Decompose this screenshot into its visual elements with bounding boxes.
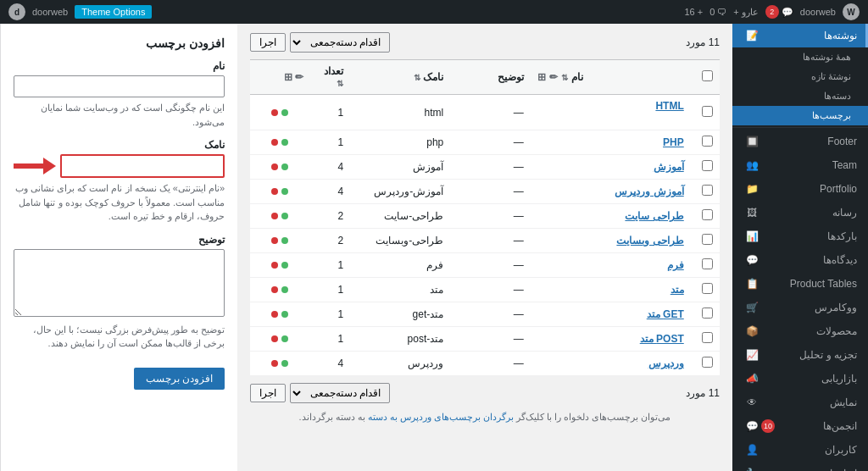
- row-dots-cell: [250, 180, 310, 204]
- sidebar-item-marketing[interactable]: بازاریابی 📣: [732, 367, 868, 391]
- status-dots: [257, 188, 303, 195]
- sidebar-sub-tags[interactable]: برچسب‌ها: [732, 106, 868, 125]
- th-edit-icon[interactable]: ✏: [295, 71, 303, 83]
- top-bar-site[interactable]: doorweb: [800, 7, 836, 17]
- bulk-action-select[interactable]: اقدام دسته‌جمعی حذف: [290, 32, 390, 53]
- dot-red-icon: [271, 286, 278, 293]
- row-checkbox[interactable]: [702, 357, 713, 368]
- tag-name-link[interactable]: آموزش: [654, 161, 684, 173]
- sidebar-item-products[interactable]: محصولات 📦: [732, 319, 868, 343]
- tag-name-link[interactable]: طراحی سایت: [625, 210, 683, 222]
- sidebar-item-product-tables[interactable]: Product Tables 📋: [732, 272, 868, 296]
- row-count-cell: 1: [310, 278, 350, 302]
- top-bar-comments[interactable]: 💬 2: [765, 5, 793, 19]
- row-checkbox[interactable]: [702, 283, 713, 294]
- sidebar-item-comments[interactable]: دیدگاه‌ها 💬: [732, 248, 868, 272]
- row-dots-cell: [250, 95, 310, 130]
- tags-panel-title: افزودن برچسب: [14, 36, 225, 50]
- status-dots: [257, 237, 303, 244]
- sidebar-item-tools[interactable]: ابزارها 🔧: [732, 462, 868, 471]
- th-col-icon[interactable]: ⊞: [284, 71, 292, 83]
- sidebar-sub-categories[interactable]: دسته‌ها: [732, 86, 868, 106]
- top-bar-bubble[interactable]: 🗨 0: [709, 7, 726, 17]
- col-toggle-icon[interactable]: ⊞: [537, 71, 546, 83]
- sidebar-item-display[interactable]: نمایش 👁: [732, 391, 868, 414]
- sidebar-item-barcodes[interactable]: بارکدها 📊: [732, 224, 868, 248]
- footer-link[interactable]: برگردان برچسب‌های وردپرس به دسته: [368, 412, 514, 422]
- row-count-cell: 1: [310, 253, 350, 278]
- dot-green-icon: [281, 163, 288, 170]
- sidebar-item-footer[interactable]: Footer 🔲: [732, 130, 868, 153]
- row-checkbox[interactable]: [702, 234, 713, 245]
- sidebar-item-portfolio[interactable]: Portfolio 📁: [732, 177, 868, 201]
- sidebar-item-analysis[interactable]: تجزیه و تحلیل 📈: [732, 343, 868, 367]
- tag-name-link[interactable]: وردپرس: [648, 357, 684, 369]
- row-desc-cell: —: [450, 327, 530, 352]
- tag-name-link[interactable]: POST متد: [640, 333, 684, 345]
- wp-logo-icon[interactable]: W: [843, 3, 860, 20]
- row-slug-cell: فرم: [350, 253, 450, 278]
- select-all-checkbox[interactable]: [702, 70, 713, 81]
- sidebar-item-media[interactable]: رسانه 🖼: [732, 201, 868, 224]
- row-count-cell: 1: [310, 302, 350, 327]
- sidebar-item-team[interactable]: Team 👥: [732, 153, 868, 177]
- tag-name-link[interactable]: متد: [670, 284, 684, 296]
- row-checkbox[interactable]: [702, 332, 713, 343]
- row-checkbox[interactable]: [702, 258, 713, 269]
- dot-green-icon: [281, 109, 288, 116]
- tag-name-link[interactable]: آموزش وردپرس: [615, 186, 683, 197]
- sidebar-item-users[interactable]: کاربران 👤: [732, 438, 868, 462]
- row-checkbox[interactable]: [702, 106, 713, 117]
- row-count-cell: 4: [310, 155, 350, 180]
- count-label: 11 مورد: [686, 36, 720, 48]
- row-count-cell: 2: [310, 229, 350, 253]
- slug-input[interactable]: [60, 154, 225, 178]
- bulk-action-row: اقدام دسته‌جمعی حذف اجرا: [250, 32, 390, 53]
- sort-icon[interactable]: ⇅: [561, 73, 568, 82]
- row-desc-cell: —: [450, 229, 530, 253]
- row-desc-cell: —: [450, 180, 530, 204]
- sidebar-sub-all-posts[interactable]: همهٔ نوشته‌ها: [732, 47, 868, 67]
- row-slug-cell: آموزش: [350, 155, 450, 180]
- tag-name-link[interactable]: GET متد: [647, 308, 684, 320]
- svg-rect-1: [14, 163, 43, 169]
- bulk-action-select-bottom[interactable]: اقدام دسته‌جمعی حذف: [290, 383, 390, 403]
- row-count-cell: 1: [310, 95, 350, 130]
- row-checkbox[interactable]: [702, 308, 713, 319]
- row-count-cell: 1: [310, 327, 350, 352]
- add-tag-button[interactable]: افزودن برچسب: [134, 368, 225, 390]
- tag-name-link[interactable]: HTML: [655, 100, 683, 112]
- top-bar-new[interactable]: + 16: [684, 7, 703, 17]
- tag-name-link[interactable]: فرم: [667, 259, 684, 271]
- dot-green-icon: [281, 139, 288, 146]
- row-checkbox[interactable]: [702, 136, 713, 147]
- desc-textarea[interactable]: [14, 249, 225, 317]
- th-name: نام ⇅ ✏ ⊞: [531, 60, 691, 95]
- sidebar-item-forums[interactable]: انجمن‌ها 10 💬: [732, 414, 868, 438]
- top-bar-user[interactable]: عارو +: [733, 7, 758, 18]
- sidebar-item-woocommerce[interactable]: ووکامرس 🛒: [732, 296, 868, 319]
- status-dots: [257, 262, 303, 269]
- row-checkbox[interactable]: [702, 185, 713, 196]
- user-avatar[interactable]: d: [8, 3, 25, 20]
- table-row: آموزش وردپرس—آموزش-وردپرس4: [250, 180, 720, 204]
- name-input[interactable]: [14, 75, 225, 97]
- row-checkbox-cell: [691, 327, 720, 352]
- tag-name-link[interactable]: طراحی وبسایت: [616, 235, 683, 247]
- theme-options-button[interactable]: Theme Options: [75, 5, 152, 19]
- table-bottom-row: 11 مورد اقدام دسته‌جمعی حذف اجرا: [250, 383, 720, 403]
- th-desc: توضیح: [450, 60, 530, 95]
- row-checkbox[interactable]: [702, 209, 713, 220]
- row-name-cell: آموزش: [531, 155, 691, 180]
- row-desc-cell: —: [450, 130, 530, 155]
- dot-green-icon: [281, 188, 288, 195]
- apply-button[interactable]: اجرا: [250, 33, 286, 52]
- table-row: وردپرس—وردپرس4: [250, 352, 720, 376]
- edit-all-icon[interactable]: ✏: [549, 71, 558, 83]
- row-checkbox[interactable]: [702, 160, 713, 171]
- sidebar-item-posts[interactable]: نوشته‌ها 📝: [732, 24, 868, 47]
- row-slug-cell: متد-get: [350, 302, 450, 327]
- sidebar-sub-new-post[interactable]: نوشتهٔ تازه: [732, 67, 868, 86]
- tag-name-link[interactable]: PHP: [663, 136, 684, 148]
- apply-button-bottom[interactable]: اجرا: [250, 384, 286, 402]
